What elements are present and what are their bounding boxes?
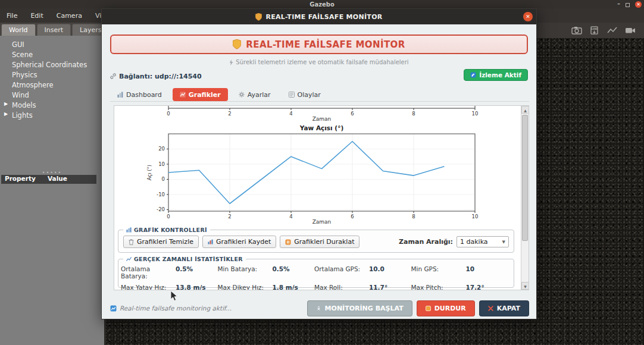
x-icon — [488, 306, 493, 311]
svg-text:4: 4 — [289, 214, 292, 219]
tree-item-models[interactable]: ▶Models — [0, 100, 104, 110]
scrollbar-thumb[interactable] — [522, 115, 528, 241]
stat-avg-gps: Ortalama GPS:10.0 — [314, 265, 411, 280]
shield-icon — [255, 13, 262, 21]
close-dialog-button[interactable]: KAPAT — [479, 300, 529, 316]
stat-min-gps: Min GPS:10 — [411, 265, 508, 280]
satellite-icon — [470, 72, 476, 78]
svg-text:Zaman: Zaman — [312, 219, 332, 225]
save-charts-button[interactable]: Grafikleri Kaydet — [202, 236, 276, 248]
video-record-icon[interactable] — [625, 26, 636, 34]
realtime-stats-group: GERÇEK ZAMANLI İSTATİSTİKLER Ortalama Ba… — [118, 256, 514, 288]
tree-item-lights[interactable]: ▶Lights — [0, 110, 104, 120]
interval-label: Zaman Aralığı: — [399, 238, 453, 246]
plot-icon[interactable] — [607, 26, 618, 34]
start-monitoring-button[interactable]: MONİTORİNG BAŞLAT — [307, 300, 412, 316]
scroll-down-icon[interactable]: ▼ — [521, 282, 529, 290]
svg-text:10: 10 — [472, 214, 479, 219]
svg-text:8: 8 — [412, 214, 415, 219]
pause-icon — [285, 239, 291, 245]
screenshot-camera-icon[interactable] — [571, 26, 582, 34]
tree-item-atmosphere[interactable]: Atmosphere — [0, 80, 104, 90]
partial-chart-axis: 0246810Zaman — [114, 106, 519, 123]
chevron-right-icon[interactable]: ▶ — [4, 111, 8, 117]
failsafe-monitor-dialog: REAL-TIME FAİLSAFE MONİTOR ✕ REAL-TIME F… — [101, 8, 537, 319]
svg-text:-20: -20 — [157, 206, 165, 212]
trash-icon — [129, 239, 134, 245]
tab-dashboard[interactable]: Dashboard — [110, 88, 169, 101]
chevron-right-icon[interactable]: ▶ — [4, 101, 8, 106]
dialog-tabbar: Dashboard Grafikler Ayarlar Olaylar — [110, 88, 529, 102]
save-chart-icon — [208, 239, 213, 244]
svg-text:-10: -10 — [157, 192, 165, 197]
gear-icon — [239, 92, 245, 98]
scroll-up-icon[interactable]: ▲ — [521, 106, 529, 114]
stat-max-roll: Max Roll:11.7° — [314, 284, 411, 290]
tab-insert[interactable]: Insert — [37, 24, 71, 36]
chart-controls-group: GRAFİK KONTROLLERİ Grafikleri Temizle Gr… — [118, 227, 514, 253]
tab-olaylar[interactable]: Olaylar — [282, 88, 328, 101]
controls-legend-text: GRAFİK KONTROLLERİ — [134, 227, 207, 233]
dialog-titlebar[interactable]: REAL-TIME FAİLSAFE MONİTOR ✕ — [102, 9, 536, 24]
panel-tabs: World Insert Layers — [0, 23, 104, 36]
tab-world[interactable]: World — [1, 24, 36, 36]
svg-text:2: 2 — [228, 214, 231, 219]
line-chart-icon — [180, 92, 186, 98]
svg-text:6: 6 — [351, 111, 354, 117]
svg-text:0: 0 — [162, 176, 165, 182]
svg-text:4: 4 — [289, 111, 292, 117]
svg-text:10: 10 — [158, 161, 165, 167]
interval-select[interactable]: 1 dakika ▼ — [457, 236, 509, 247]
svg-text:0: 0 — [167, 111, 170, 117]
rocket-icon — [316, 306, 321, 312]
stat-max-horizontal-speed: Max Yatay Hız:13.8 m/s — [121, 284, 218, 290]
log-record-icon[interactable]: LOG — [589, 26, 600, 34]
tree-item-wind[interactable]: Wind — [0, 90, 104, 100]
pause-charts-button[interactable]: Grafikleri Duraklat — [280, 236, 359, 248]
tree-item-physics[interactable]: Physics — [0, 70, 104, 80]
close-icon[interactable]: ✕ — [635, 1, 642, 8]
value-column-header[interactable]: Value — [48, 175, 67, 184]
vertical-scrollbar[interactable]: ▲ ▼ — [521, 106, 529, 290]
stats-grid: Ortalama Batarya:0.5% Min Batarya:0.5% O… — [118, 262, 514, 290]
dialog-title: REAL-TIME FAİLSAFE MONİTOR — [265, 13, 382, 21]
charts-scroll-area[interactable]: 0246810Zaman Yaw Açısı (°)0246810-20-100… — [114, 105, 529, 290]
stop-button[interactable]: DURDUR — [417, 300, 475, 316]
property-column-header[interactable]: Property — [1, 175, 48, 184]
bolt-icon — [229, 59, 233, 65]
stop-icon — [426, 306, 431, 311]
window-title: Gazebo — [310, 1, 334, 8]
menu-file[interactable]: File — [0, 10, 24, 22]
svg-text:20: 20 — [158, 146, 165, 152]
stat-max-pitch: Max Pitch:17.2° — [411, 284, 508, 290]
stats-legend-text: GERÇEK ZAMANLI İSTATİSTİKLER — [134, 256, 243, 262]
svg-text:0: 0 — [167, 214, 170, 219]
clear-charts-button[interactable]: Grafikleri Temizle — [123, 236, 199, 248]
tree-item-scene[interactable]: Scene — [0, 49, 104, 59]
connection-row: Bağlantı: udp://:14540 İzleme Aktif — [110, 70, 529, 83]
tree-item-gui[interactable]: GUI — [0, 39, 104, 49]
dialog-close-icon[interactable]: ✕ — [523, 12, 533, 21]
tab-ayarlar[interactable]: Ayarlar — [232, 88, 278, 101]
banner-title: REAL-TIME FAİLSAFE MONİTOR — [246, 39, 405, 50]
monitoring-active-badge[interactable]: İzleme Aktif — [464, 69, 528, 81]
minimize-icon[interactable]: – — [617, 1, 620, 8]
world-panel: World Insert Layers GUI Scene Spherical … — [0, 23, 106, 345]
yaw-chart: Yaw Açısı (°)0246810-20-1001020ZamanAçı … — [114, 123, 519, 225]
tab-grafikler[interactable]: Grafikler — [173, 88, 228, 101]
svg-text:Açı (°): Açı (°) — [146, 165, 152, 180]
property-table-header: Property Value — [1, 175, 96, 184]
chevron-down-icon: ▼ — [502, 240, 505, 244]
link-icon — [110, 73, 116, 79]
shield-icon — [233, 39, 241, 49]
stat-min-battery: Min Batarya:0.5% — [218, 265, 315, 280]
stat-avg-battery: Ortalama Batarya:0.5% — [121, 265, 218, 280]
status-chart-icon — [110, 305, 117, 312]
menu-camera[interactable]: Camera — [50, 10, 89, 22]
maximize-icon[interactable] — [626, 3, 630, 7]
menu-edit[interactable]: Edit — [24, 10, 49, 22]
tree-item-spherical-coordinates[interactable]: Spherical Coordinates — [0, 59, 104, 70]
os-titlebar: Gazebo – ✕ — [0, 0, 644, 8]
svg-text:LOG: LOG — [592, 27, 598, 30]
dialog-statusbar: Real-time failsafe monitoring aktif... M… — [110, 300, 529, 317]
